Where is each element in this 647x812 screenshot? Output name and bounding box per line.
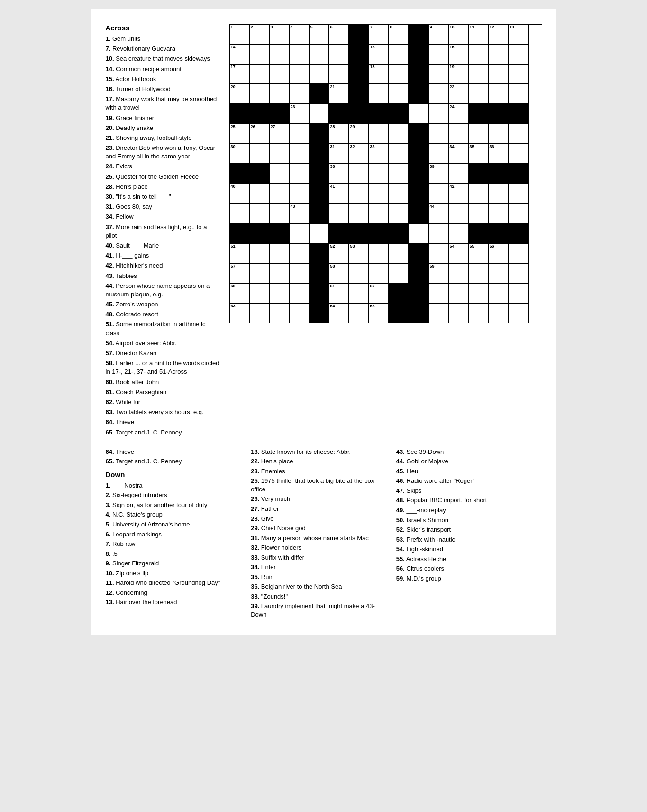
cell-14-14[interactable] bbox=[509, 304, 529, 323]
cell-1-8[interactable] bbox=[389, 45, 409, 65]
cell-13-1[interactable] bbox=[250, 284, 270, 304]
cell-13-12[interactable] bbox=[469, 284, 489, 304]
cell-6-14[interactable] bbox=[509, 144, 529, 164]
cell-1-5[interactable] bbox=[329, 45, 349, 65]
cell-14-7[interactable]: 65 bbox=[369, 304, 389, 323]
cell-14-3[interactable] bbox=[290, 304, 310, 323]
cell-0-3[interactable]: 4 bbox=[290, 25, 310, 45]
cell-9-3[interactable]: 43 bbox=[290, 204, 310, 224]
cell-3-2[interactable] bbox=[270, 84, 290, 104]
cell-5-1[interactable]: 26 bbox=[250, 124, 270, 144]
cell-5-7[interactable] bbox=[369, 124, 389, 144]
cell-11-7[interactable] bbox=[369, 244, 389, 264]
cell-11-2[interactable] bbox=[270, 244, 290, 264]
cell-5-14[interactable] bbox=[509, 124, 529, 144]
cell-1-13[interactable] bbox=[489, 45, 509, 65]
cell-10-11[interactable] bbox=[449, 224, 469, 244]
cell-4-10[interactable] bbox=[429, 104, 449, 124]
cell-0-14[interactable]: 13 bbox=[509, 25, 529, 45]
cell-1-10[interactable] bbox=[429, 45, 449, 65]
cell-6-5[interactable]: 31 bbox=[329, 144, 349, 164]
cell-14-5[interactable]: 64 bbox=[329, 304, 349, 323]
cell-11-11[interactable]: 54 bbox=[449, 244, 469, 264]
cell-8-12[interactable] bbox=[469, 184, 489, 204]
cell-0-10[interactable]: 9 bbox=[429, 25, 449, 45]
cell-8-0[interactable]: 40 bbox=[230, 184, 250, 204]
cell-11-14[interactable] bbox=[509, 244, 529, 264]
cell-7-10[interactable]: 39 bbox=[429, 164, 449, 184]
cell-2-1[interactable] bbox=[250, 65, 270, 84]
cell-6-13[interactable]: 36 bbox=[489, 144, 509, 164]
cell-3-11[interactable]: 22 bbox=[449, 84, 469, 104]
cell-0-7[interactable]: 7 bbox=[369, 25, 389, 45]
cell-9-8[interactable] bbox=[389, 204, 409, 224]
cell-1-2[interactable] bbox=[270, 45, 290, 65]
cell-12-11[interactable] bbox=[449, 264, 469, 284]
cell-2-12[interactable] bbox=[469, 65, 489, 84]
cell-6-11[interactable]: 34 bbox=[449, 144, 469, 164]
cell-11-3[interactable] bbox=[290, 244, 310, 264]
cell-10-4[interactable] bbox=[310, 224, 329, 244]
cell-8-3[interactable] bbox=[290, 184, 310, 204]
cell-7-2[interactable] bbox=[270, 164, 290, 184]
cell-9-11[interactable] bbox=[449, 204, 469, 224]
cell-12-3[interactable] bbox=[290, 264, 310, 284]
cell-13-13[interactable] bbox=[489, 284, 509, 304]
cell-5-0[interactable]: 25 bbox=[230, 124, 250, 144]
cell-7-6[interactable] bbox=[349, 164, 369, 184]
cell-1-3[interactable] bbox=[290, 45, 310, 65]
cell-2-0[interactable]: 17 bbox=[230, 65, 250, 84]
cell-7-7[interactable] bbox=[369, 164, 389, 184]
cell-5-2[interactable]: 27 bbox=[270, 124, 290, 144]
cell-8-14[interactable] bbox=[509, 184, 529, 204]
cell-14-10[interactable] bbox=[429, 304, 449, 323]
cell-10-10[interactable] bbox=[429, 224, 449, 244]
cell-13-10[interactable] bbox=[429, 284, 449, 304]
cell-1-11[interactable]: 16 bbox=[449, 45, 469, 65]
cell-11-0[interactable]: 51 bbox=[230, 244, 250, 264]
cell-9-10[interactable]: 44 bbox=[429, 204, 449, 224]
cell-1-1[interactable] bbox=[250, 45, 270, 65]
cell-12-5[interactable]: 58 bbox=[329, 264, 349, 284]
cell-9-5[interactable] bbox=[329, 204, 349, 224]
cell-13-11[interactable] bbox=[449, 284, 469, 304]
cell-9-0[interactable] bbox=[230, 204, 250, 224]
cell-0-5[interactable]: 6 bbox=[329, 25, 349, 45]
cell-12-12[interactable] bbox=[469, 264, 489, 284]
cell-6-8[interactable] bbox=[389, 144, 409, 164]
cell-14-1[interactable] bbox=[250, 304, 270, 323]
cell-3-1[interactable] bbox=[250, 84, 270, 104]
cell-2-7[interactable]: 18 bbox=[369, 65, 389, 84]
cell-12-10[interactable]: 59 bbox=[429, 264, 449, 284]
cell-2-10[interactable] bbox=[429, 65, 449, 84]
cell-7-8[interactable] bbox=[389, 164, 409, 184]
cell-12-8[interactable] bbox=[389, 264, 409, 284]
cell-0-11[interactable]: 10 bbox=[449, 25, 469, 45]
cell-5-12[interactable] bbox=[469, 124, 489, 144]
cell-1-14[interactable] bbox=[509, 45, 529, 65]
cell-12-1[interactable] bbox=[250, 264, 270, 284]
cell-9-14[interactable] bbox=[509, 204, 529, 224]
cell-11-10[interactable] bbox=[429, 244, 449, 264]
cell-1-4[interactable] bbox=[310, 45, 329, 65]
cell-1-0[interactable]: 14 bbox=[230, 45, 250, 65]
cell-8-5[interactable]: 41 bbox=[329, 184, 349, 204]
cell-2-2[interactable] bbox=[270, 65, 290, 84]
cell-9-13[interactable] bbox=[489, 204, 509, 224]
cell-13-6[interactable] bbox=[349, 284, 369, 304]
cell-4-4[interactable] bbox=[310, 104, 329, 124]
cell-0-1[interactable]: 2 bbox=[250, 25, 270, 45]
cell-14-2[interactable] bbox=[270, 304, 290, 323]
cell-5-13[interactable] bbox=[489, 124, 509, 144]
cell-6-2[interactable] bbox=[270, 144, 290, 164]
cell-12-14[interactable] bbox=[509, 264, 529, 284]
cell-9-7[interactable] bbox=[369, 204, 389, 224]
cell-9-1[interactable] bbox=[250, 204, 270, 224]
cell-5-5[interactable]: 28 bbox=[329, 124, 349, 144]
cell-0-0[interactable]: 1 bbox=[230, 25, 250, 45]
cell-8-6[interactable] bbox=[349, 184, 369, 204]
cell-3-5[interactable]: 21 bbox=[329, 84, 349, 104]
cell-8-1[interactable] bbox=[250, 184, 270, 204]
cell-8-10[interactable] bbox=[429, 184, 449, 204]
cell-10-9[interactable] bbox=[409, 224, 429, 244]
